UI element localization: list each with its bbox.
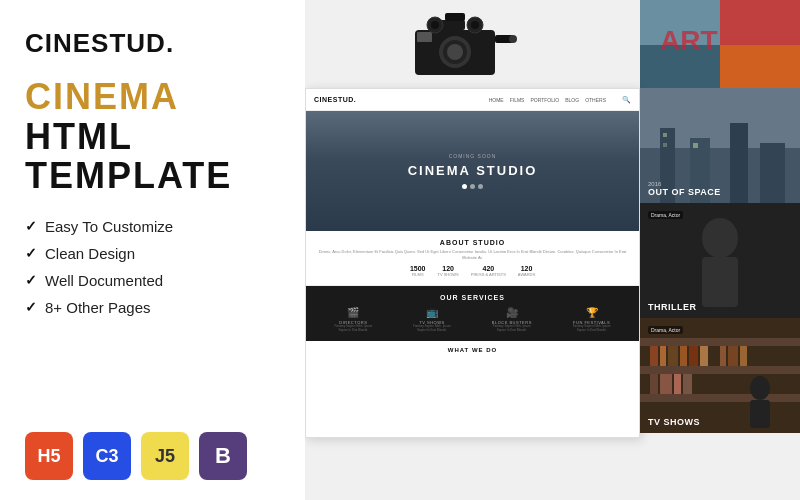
service-desc: Fantasy Sapien Nibh, IpsumSapien In Erat… xyxy=(573,325,611,333)
mockup-hero-dots xyxy=(462,184,483,189)
svg-rect-5 xyxy=(445,13,465,21)
svg-rect-37 xyxy=(640,338,800,346)
stat-item: 120 AWARDS xyxy=(518,265,535,277)
brand-title: CINESTUD. xyxy=(25,28,280,59)
svg-rect-41 xyxy=(660,346,666,366)
check-icon: ✓ xyxy=(25,218,37,234)
svg-rect-40 xyxy=(650,346,658,366)
feature-text: Easy To Customize xyxy=(45,218,173,235)
nav-link: HOME xyxy=(489,97,504,103)
svg-point-10 xyxy=(431,21,439,29)
mockup-nav: CINESTUD. HOME FILMS PORTFOLIO BLOG OTHE… xyxy=(306,89,639,111)
svg-rect-31 xyxy=(693,143,698,148)
service-item: 📺 TV SHOWS Fantasy Sapien Nibh, IpsumSap… xyxy=(413,307,451,333)
svg-point-53 xyxy=(750,376,770,400)
rc-img-out-of-space: 2016 OUT OF SPACE xyxy=(640,88,800,203)
svg-rect-27 xyxy=(730,123,748,203)
svg-rect-49 xyxy=(650,374,658,394)
stat-label: PRESS & ARTISTS xyxy=(471,272,506,277)
headline-cinema: CINEMA xyxy=(25,76,178,117)
rc-img-thriller: Drama, Actor THRILLER xyxy=(640,203,800,318)
mockup-stats: 1500 FILMS 120 TV SHOWS 420 PRESS & ARTI… xyxy=(314,265,631,277)
mockup-whatwedo: WHAT WE DO xyxy=(306,341,639,359)
stat-item: 120 TV SHOWS xyxy=(437,265,458,277)
svg-rect-51 xyxy=(674,374,681,394)
right-panel: ART CINESTUD. HOME FILMS PORTFOLIO BLOG xyxy=(305,0,800,500)
feature-item: ✓ Well Documented xyxy=(25,272,280,289)
mockup-nav-links: HOME FILMS PORTFOLIO BLOG OTHERS xyxy=(489,97,606,103)
mockup-hero-title: CINEMA STUDIO xyxy=(408,163,538,178)
svg-rect-16 xyxy=(720,45,800,90)
svg-text:ART: ART xyxy=(660,25,718,56)
svg-rect-54 xyxy=(750,400,770,428)
rc-img-label-1: 2016 OUT OF SPACE xyxy=(648,181,721,197)
svg-rect-45 xyxy=(700,346,708,366)
nav-link: BLOG xyxy=(565,97,579,103)
service-desc: Fantasy Sapien Nibh, IpsumSapien In Erat… xyxy=(334,325,372,333)
mockup-hero: COMING SOON CINEMA STUDIO xyxy=(306,111,639,231)
css3-badge: C3 xyxy=(83,432,131,480)
feature-text: Well Documented xyxy=(45,272,163,289)
svg-rect-30 xyxy=(663,143,667,147)
hero-dot xyxy=(470,184,475,189)
svg-rect-52 xyxy=(683,374,692,394)
stat-label: AWARDS xyxy=(518,272,535,277)
svg-point-3 xyxy=(447,44,463,60)
nav-link: FILMS xyxy=(510,97,525,103)
stat-num: 420 xyxy=(471,265,506,272)
camera-area xyxy=(355,0,555,90)
stat-item: 420 PRESS & ARTISTS xyxy=(471,265,506,277)
stat-num: 120 xyxy=(518,265,535,272)
left-panel: CINESTUD. CINEMA HTML TEMPLATE ✓ Easy To… xyxy=(0,0,305,500)
js-label: J5 xyxy=(155,446,175,467)
svg-rect-39 xyxy=(640,394,800,402)
mockup-whatwedo-title: WHAT WE DO xyxy=(314,347,631,353)
headline-template: TEMPLATE xyxy=(25,156,280,196)
svg-rect-42 xyxy=(668,346,678,366)
svg-rect-8 xyxy=(417,32,432,42)
mockup-hero-badge: COMING SOON xyxy=(449,153,497,159)
service-item: 🎥 BLOCK BUSTERS Fantasy Sapien Nibh, Ips… xyxy=(492,307,532,333)
rc-img-tag-tvshows: Drama, Actor xyxy=(648,326,683,334)
service-desc: Fantasy Sapien Nibh, IpsumSapien In Erat… xyxy=(413,325,451,333)
tech-badges: H5 C3 J5 B xyxy=(25,432,280,480)
tvshows-visual xyxy=(640,318,800,433)
svg-rect-48 xyxy=(740,346,747,366)
features-list: ✓ Easy To Customize ✓ Clean Design ✓ Wel… xyxy=(25,218,280,316)
stat-num: 1500 xyxy=(410,265,426,272)
mockup-logo: CINESTUD. xyxy=(314,96,356,103)
rc-img-title: THRILLER xyxy=(648,302,697,312)
svg-rect-28 xyxy=(760,143,785,203)
rc-img-tvshows: Drama, Actor TV SHOWS xyxy=(640,318,800,433)
service-desc: Fantasy Sapien Nibh, IpsumSapien In Erat… xyxy=(492,325,532,333)
mockup-services-icons: 🎬 DIRECTORS Fantasy Sapien Nibh, IpsumSa… xyxy=(314,307,631,333)
svg-rect-29 xyxy=(663,133,667,137)
feature-text: 8+ Other Pages xyxy=(45,299,150,316)
html5-label: H5 xyxy=(37,446,60,467)
svg-rect-50 xyxy=(660,374,672,394)
mockup-about-text: Donec, Arcu Dolor, Elementum Et Facilisi… xyxy=(314,249,631,260)
check-icon: ✓ xyxy=(25,272,37,288)
feature-item: ✓ Easy To Customize xyxy=(25,218,280,235)
stat-label: TV SHOWS xyxy=(437,272,458,277)
stat-label: FILMS xyxy=(410,272,426,277)
hero-dot xyxy=(478,184,483,189)
thriller-visual xyxy=(640,203,800,318)
feature-text: Clean Design xyxy=(45,245,135,262)
service-item: 🏆 FUN FESTIVALS Fantasy Sapien Nibh, Ips… xyxy=(573,307,611,333)
svg-rect-46 xyxy=(720,346,726,366)
check-icon: ✓ xyxy=(25,299,37,315)
feature-item: ✓ Clean Design xyxy=(25,245,280,262)
mockup-services: OUR SERVICES 🎬 DIRECTORS Fantasy Sapien … xyxy=(306,286,639,341)
headline-html: HTML xyxy=(25,116,133,157)
css3-label: C3 xyxy=(95,446,118,467)
svg-point-12 xyxy=(471,21,479,29)
feature-item: ✓ 8+ Other Pages xyxy=(25,299,280,316)
svg-rect-38 xyxy=(640,366,800,374)
svg-rect-44 xyxy=(689,346,698,366)
nav-link: OTHERS xyxy=(585,97,606,103)
bootstrap-label: B xyxy=(215,443,231,469)
check-icon: ✓ xyxy=(25,245,37,261)
service-icon-directors: 🎬 xyxy=(334,307,372,318)
rc-img-label-3: TV SHOWS xyxy=(648,417,700,427)
